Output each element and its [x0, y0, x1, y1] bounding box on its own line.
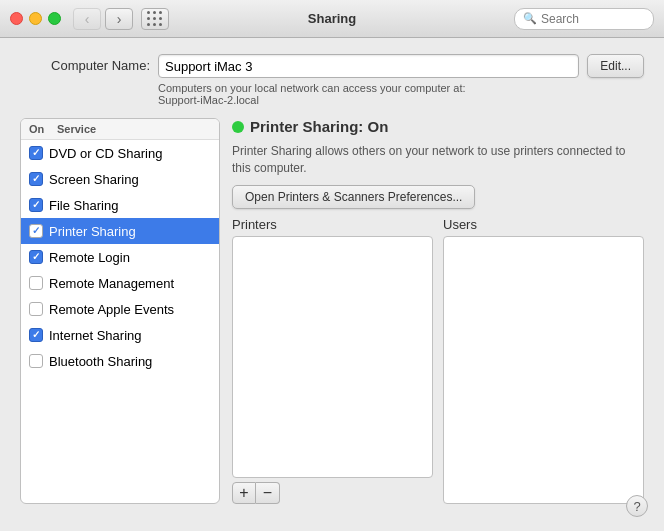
checkmark-icon: ✓: [32, 330, 40, 340]
chevron-right-icon: ›: [117, 11, 122, 27]
open-prefs-button[interactable]: Open Printers & Scanners Preferences...: [232, 185, 475, 209]
service-name-printer: Printer Sharing: [49, 224, 136, 239]
traffic-lights: [10, 12, 61, 25]
computer-name-input[interactable]: [158, 54, 579, 78]
services-header-service: Service: [57, 123, 96, 135]
users-label: Users: [443, 217, 644, 232]
users-col: Users: [443, 217, 644, 504]
checkmark-icon: ✓: [32, 200, 40, 210]
services-header: On Service: [21, 119, 219, 140]
printers-list[interactable]: [232, 236, 433, 478]
service-name-screen: Screen Sharing: [49, 172, 139, 187]
back-button[interactable]: ‹: [73, 8, 101, 30]
computer-name-sub: Computers on your local network can acce…: [158, 82, 644, 106]
service-name-file: File Sharing: [49, 198, 118, 213]
service-checkbox-remote-login[interactable]: ✓: [29, 250, 43, 264]
computer-name-row: Computer Name: Edit...: [20, 54, 644, 78]
service-item-dvd-cd[interactable]: ✓ DVD or CD Sharing: [21, 140, 219, 166]
service-item-remote-apple[interactable]: Remote Apple Events: [21, 296, 219, 322]
status-row: Printer Sharing: On: [232, 118, 644, 135]
service-item-remote-mgmt[interactable]: Remote Management: [21, 270, 219, 296]
printers-col: Printers + −: [232, 217, 433, 504]
search-box[interactable]: 🔍: [514, 8, 654, 30]
add-printer-button[interactable]: +: [232, 482, 256, 504]
open-prefs-row: Open Printers & Scanners Preferences...: [232, 185, 644, 209]
service-item-remote-login[interactable]: ✓ Remote Login: [21, 244, 219, 270]
service-checkbox-remote-apple[interactable]: [29, 302, 43, 316]
minimize-button[interactable]: [29, 12, 42, 25]
titlebar: ‹ › Sharing 🔍: [0, 0, 664, 38]
service-item-bluetooth[interactable]: Bluetooth Sharing: [21, 348, 219, 374]
printers-add-remove: + −: [232, 482, 433, 504]
close-button[interactable]: [10, 12, 23, 25]
services-items: ✓ DVD or CD Sharing ✓ Screen Sharing ✓: [21, 140, 219, 503]
computer-name-label: Computer Name:: [20, 54, 150, 73]
checkmark-icon: ✓: [32, 252, 40, 262]
edit-button[interactable]: Edit...: [587, 54, 644, 78]
checkmark-icon: ✓: [32, 148, 40, 158]
service-item-internet[interactable]: ✓ Internet Sharing: [21, 322, 219, 348]
service-name-bluetooth: Bluetooth Sharing: [49, 354, 152, 369]
fullscreen-button[interactable]: [48, 12, 61, 25]
service-checkbox-screen[interactable]: ✓: [29, 172, 43, 186]
service-item-file[interactable]: ✓ File Sharing: [21, 192, 219, 218]
main-panel: On Service ✓ DVD or CD Sharing ✓ Screen …: [20, 118, 644, 504]
right-panel: Printer Sharing: On Printer Sharing allo…: [232, 118, 644, 504]
service-item-printer[interactable]: ✓ Printer Sharing: [21, 218, 219, 244]
window-title: Sharing: [308, 11, 356, 26]
nav-buttons: ‹ ›: [73, 8, 133, 30]
help-button[interactable]: ?: [626, 495, 648, 517]
services-header-on: On: [29, 123, 57, 135]
status-indicator: [232, 121, 244, 133]
service-checkbox-internet[interactable]: ✓: [29, 328, 43, 342]
checkmark-icon: ✓: [32, 174, 40, 184]
forward-button[interactable]: ›: [105, 8, 133, 30]
search-icon: 🔍: [523, 12, 537, 25]
printers-users-row: Printers + − Users: [232, 217, 644, 504]
status-title: Printer Sharing: On: [250, 118, 388, 135]
grid-view-button[interactable]: [141, 8, 169, 30]
printers-label: Printers: [232, 217, 433, 232]
service-name-dvd-cd: DVD or CD Sharing: [49, 146, 162, 161]
grid-icon: [147, 11, 163, 27]
description-text: Printer Sharing allows others on your ne…: [232, 143, 632, 177]
service-name-remote-mgmt: Remote Management: [49, 276, 174, 291]
chevron-left-icon: ‹: [85, 11, 90, 27]
service-checkbox-bluetooth[interactable]: [29, 354, 43, 368]
service-checkbox-dvd-cd[interactable]: ✓: [29, 146, 43, 160]
service-checkbox-printer[interactable]: ✓: [29, 224, 43, 238]
remove-printer-button[interactable]: −: [256, 482, 280, 504]
main-content: Computer Name: Edit... Computers on your…: [0, 38, 664, 531]
services-list: On Service ✓ DVD or CD Sharing ✓ Screen …: [20, 118, 220, 504]
checkmark-icon: ✓: [32, 226, 40, 236]
users-list[interactable]: [443, 236, 644, 504]
service-name-remote-login: Remote Login: [49, 250, 130, 265]
service-name-internet: Internet Sharing: [49, 328, 142, 343]
service-checkbox-file[interactable]: ✓: [29, 198, 43, 212]
service-name-remote-apple: Remote Apple Events: [49, 302, 174, 317]
service-item-screen[interactable]: ✓ Screen Sharing: [21, 166, 219, 192]
search-input[interactable]: [541, 12, 645, 26]
service-checkbox-remote-mgmt[interactable]: [29, 276, 43, 290]
